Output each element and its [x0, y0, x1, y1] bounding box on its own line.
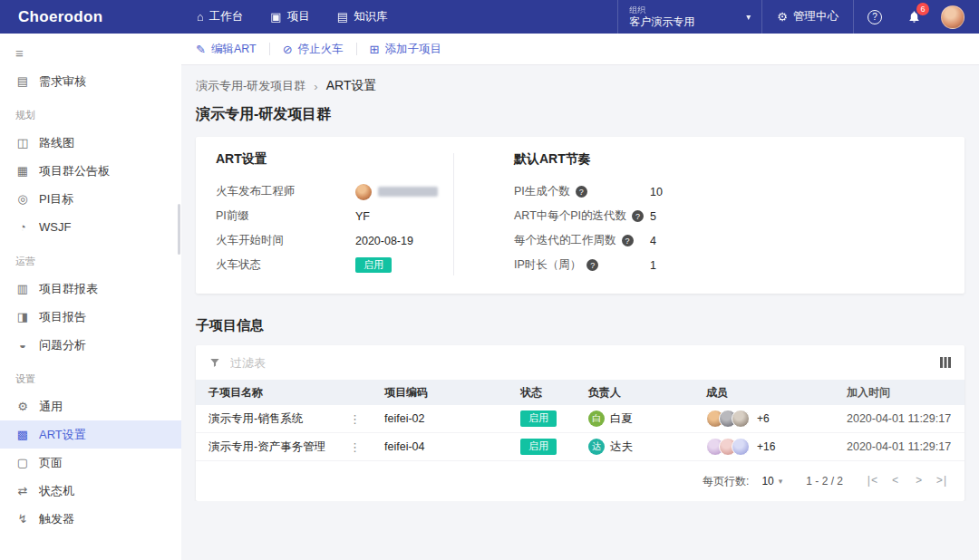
help-icon[interactable]: ? [632, 210, 644, 222]
help-icon[interactable]: ? [576, 186, 587, 198]
hamburger-icon: ≡ [15, 45, 24, 61]
card-divider [453, 153, 454, 275]
table-row: 演示专用-销售系统 ⋮ feifei-02 启用 白 白夏 [196, 405, 964, 433]
wsjf-icon: ◔ [15, 220, 30, 234]
field-label-text: ART中每个PI的迭代数 [514, 208, 626, 224]
field-value: 10 [650, 186, 663, 198]
org-selector[interactable]: 组织 客户演示专用 ▾ [617, 0, 762, 34]
sidebar-item-page[interactable]: ▢ 页面 [0, 449, 181, 477]
top-header: Choerodon ⌂ 工作台 ▣ 项目 ▤ 知识库 组织 客户演示专用 ▾ [0, 0, 979, 34]
cell-joined-time: 2020-04-01 11:29:17 [847, 412, 952, 425]
cell-members: +6 [706, 410, 847, 428]
field-ip-duration: IP时长（周） ? 1 [514, 253, 945, 277]
field-pi-prefix: PI前缀 YF [216, 204, 453, 228]
audit-icon: ▤ [15, 74, 30, 88]
sidebar-item-requirement-audit[interactable]: ▤ 需求审核 [0, 67, 181, 95]
sidebar-item-roadmap[interactable]: ◫ 路线图 [0, 129, 181, 157]
org-label: 组织 [629, 5, 694, 15]
roadmap-icon: ◫ [15, 136, 30, 150]
art-cadence-right: 默认ART节奏 PI生成个数 ? 10 ART中每个PI的迭代数 ? [514, 151, 945, 277]
org-text: 组织 客户演示专用 [629, 5, 694, 28]
column-header-status: 状态 [520, 385, 588, 401]
sidebar-item-program-reports[interactable]: ▥ 项目群报表 [0, 275, 181, 303]
sidebar-item-general[interactable]: ⚙ 通用 [0, 392, 181, 420]
sidebar-item-label: 问题分析 [39, 337, 86, 353]
add-subproject-label: 添加子项目 [385, 42, 442, 57]
sidebar-item-issue-analysis[interactable]: ◒ 问题分析 [0, 331, 181, 359]
column-header-code: 项目编码 [384, 385, 520, 401]
sidebar-item-label: 触发器 [39, 511, 74, 527]
breadcrumb-separator: › [314, 80, 317, 93]
sidebar-item-label: 项目群报表 [39, 281, 98, 297]
cell-joined-time: 2020-04-01 11:29:17 [847, 440, 952, 453]
column-header-name: 子项目名称 [208, 385, 384, 401]
stop-train-button[interactable]: ⊘ 停止火车 [283, 42, 344, 57]
nav-project[interactable]: ▣ 项目 [257, 0, 323, 34]
status-badge: 启用 [520, 439, 557, 454]
table-filter-bar [196, 345, 964, 380]
member-avatar [732, 438, 750, 456]
general-settings-icon: ⚙ [15, 400, 30, 413]
sidebar: ≡ ▤ 需求审核 规划 ◫ 路线图 ▦ 项目群公告板 ◎ PI目标 ◔ WSJF… [0, 34, 181, 560]
cell-project-name: 演示专用-资产事务管理 ⋮ [208, 439, 384, 455]
next-page-button[interactable]: > [906, 475, 930, 488]
help-button[interactable]: ? [868, 10, 882, 24]
add-subproject-button[interactable]: ⊞ 添加子项目 [370, 42, 441, 57]
help-icon[interactable]: ? [586, 259, 598, 271]
field-label-text: PI生成个数 [514, 184, 570, 199]
sidebar-item-trigger[interactable]: ↯ 触发器 [0, 505, 181, 533]
nav-project-label: 项目 [287, 9, 310, 24]
page-content: 演示专用-研发项目群 › ART设置 演示专用-研发项目群 ART设置 火车发布… [181, 65, 979, 501]
field-label: 火车发布工程师 [216, 184, 355, 199]
previous-page-button[interactable]: < [883, 475, 906, 488]
row-menu-icon[interactable]: ⋮ [349, 412, 361, 426]
sidebar-item-program-board[interactable]: ▦ 项目群公告板 [0, 157, 181, 185]
field-pi-count: PI生成个数 ? 10 [514, 179, 945, 204]
field-start-date: 火车开始时间 2020-08-19 [216, 228, 453, 253]
notifications-button[interactable]: 6 [907, 10, 921, 24]
header-right-cluster: 组织 客户演示专用 ▾ ⚙ 管理中心 ? 6 [617, 0, 979, 34]
sidebar-item-pi-objectives[interactable]: ◎ PI目标 [0, 185, 181, 213]
sidebar-item-label: 路线图 [39, 135, 74, 151]
stop-icon: ⊘ [283, 43, 293, 56]
sidebar-item-wsjf[interactable]: ◔ WSJF [0, 213, 181, 241]
cell-status: 启用 [520, 439, 588, 454]
row-menu-icon[interactable]: ⋮ [349, 440, 361, 454]
breadcrumb-parent[interactable]: 演示专用-研发项目群 [196, 78, 305, 94]
column-header-joined: 加入时间 [847, 385, 952, 401]
column-header-owner: 负责人 [588, 385, 706, 401]
project-name-text[interactable]: 演示专用-资产事务管理 [208, 439, 325, 455]
page-title: 演示专用-研发项目群 [196, 105, 964, 124]
chevron-down-icon: ▾ [779, 477, 783, 486]
sidebar-item-state-machine[interactable]: ⇄ 状态机 [0, 477, 181, 505]
cell-owner: 达 达夫 [588, 439, 706, 455]
sidebar-scrollbar[interactable] [178, 204, 180, 255]
field-label: PI生成个数 ? [514, 184, 650, 199]
project-name-text[interactable]: 演示专用-销售系统 [208, 411, 303, 427]
edit-art-button[interactable]: ✎ 编辑ART [196, 42, 257, 57]
app-logo[interactable]: Choerodon [18, 8, 183, 26]
sidebar-item-project-report[interactable]: ◨ 项目报告 [0, 303, 181, 331]
user-avatar[interactable] [941, 5, 964, 29]
workbench-icon: ⌂ [197, 10, 204, 24]
last-page-button[interactable]: >| [930, 475, 954, 488]
sidebar-item-label: 通用 [39, 399, 63, 415]
filter-input[interactable] [230, 356, 930, 370]
field-value: 5 [650, 210, 656, 223]
menu-toggle-button[interactable]: ≡ [0, 37, 181, 67]
stop-train-label: 停止火车 [298, 42, 344, 57]
first-page-button[interactable]: |< [859, 475, 883, 488]
nav-workbench[interactable]: ⌂ 工作台 [183, 0, 257, 34]
rows-per-page-select[interactable]: 10 ▾ [761, 475, 782, 488]
page-toolbar: ✎ 编辑ART ⊘ 停止火车 ⊞ 添加子项目 [181, 34, 979, 65]
column-settings-icon[interactable] [939, 356, 952, 369]
edit-art-label: 编辑ART [211, 42, 257, 57]
rows-per-page-value: 10 [761, 475, 773, 488]
help-icon[interactable]: ? [622, 235, 634, 246]
nav-knowledge[interactable]: ▤ 知识库 [324, 0, 402, 34]
admin-center-link[interactable]: ⚙ 管理中心 [762, 0, 854, 34]
cell-project-code: feifei-04 [384, 440, 520, 453]
sidebar-item-label: 项目群公告板 [39, 163, 110, 179]
sidebar-item-art-settings[interactable]: ▩ ART设置 [0, 420, 181, 449]
sidebar-section-planning: 规划 [0, 95, 181, 129]
